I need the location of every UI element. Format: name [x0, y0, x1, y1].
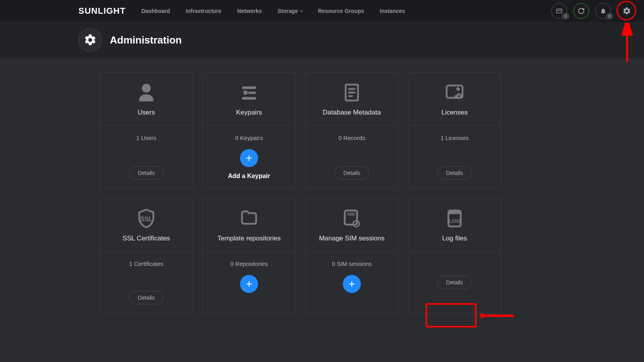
add-keypair-label: Add a Keypair — [228, 173, 270, 180]
card-bottom: 1 Users Details — [100, 126, 193, 188]
card-grid: Users 1 Users Details Keypairs 0 Keypair… — [100, 72, 644, 313]
logs-details-button[interactable]: Details — [437, 276, 472, 289]
card-top: Keypairs — [203, 73, 295, 126]
notifications-button[interactable]: 0 — [595, 3, 611, 19]
settings-button[interactable] — [621, 5, 632, 16]
users-details-button[interactable]: Details — [129, 166, 164, 180]
sync-icon — [578, 7, 585, 15]
nav-storage[interactable]: Storage ▾ — [278, 8, 302, 14]
card-users: Users 1 Users Details — [100, 72, 193, 189]
nav-networks[interactable]: Networks — [237, 8, 262, 14]
svg-rect-14 — [448, 210, 461, 214]
card-title: Template repositories — [217, 235, 281, 242]
top-navbar: SUNLIGHT Dashboard Infrastructure Networ… — [0, 0, 644, 22]
license-icon — [444, 82, 465, 103]
brand-logo: SUNLIGHT — [78, 6, 126, 16]
card-bottom: 0 SIM sessions — [306, 252, 398, 313]
card-title: Database Metadata — [323, 109, 381, 116]
add-sim-button[interactable] — [343, 275, 361, 293]
card-templates: Template repositories 0 Repositories — [202, 198, 296, 313]
navbar-right: 0 0 — [551, 2, 636, 20]
user-icon — [136, 82, 157, 103]
folder-icon — [238, 208, 260, 229]
card-ssl: SSL SSL Certificates 1 Certificates Deta… — [100, 198, 193, 313]
card-count: 0 Records — [338, 135, 365, 141]
svg-rect-8 — [455, 95, 458, 97]
svg-point-2 — [243, 90, 247, 95]
gear-icon — [84, 33, 97, 47]
nav-dashboard[interactable]: Dashboard — [141, 8, 170, 14]
svg-rect-3 — [248, 91, 256, 94]
add-template-button[interactable] — [240, 275, 258, 293]
svg-text:LOG: LOG — [449, 218, 460, 224]
ssl-details-button[interactable]: Details — [129, 291, 164, 304]
card-title: Log files — [442, 235, 467, 242]
inbox-button[interactable]: 0 — [551, 3, 567, 19]
card-title: Users — [138, 109, 155, 116]
card-title: Licenses — [441, 109, 468, 116]
card-logs: LOG Log files Details — [408, 198, 501, 313]
card-top: Template repositories — [203, 198, 295, 252]
plus-icon — [244, 279, 254, 289]
card-bottom: Details — [408, 252, 501, 313]
card-licenses: Licenses 1 Licenses Details — [408, 72, 501, 189]
card-top: LOG Log files — [408, 198, 501, 252]
content: Users 1 Users Details Keypairs 0 Keypair… — [0, 58, 644, 313]
card-top: Database Metadata — [306, 73, 398, 126]
svg-rect-4 — [242, 97, 256, 100]
sync-button[interactable] — [573, 3, 589, 19]
nav-storage-label: Storage — [278, 8, 298, 14]
card-keypairs: Keypairs 0 Keypairs Add a Keypair — [202, 72, 296, 189]
svg-rect-1 — [242, 86, 256, 89]
database-details-button[interactable]: Details — [335, 166, 369, 180]
card-database: Database Metadata 0 Records Details — [305, 72, 398, 189]
card-title: Manage SIM sessions — [319, 235, 384, 242]
card-top: Licenses — [408, 73, 501, 126]
add-keypair-button[interactable] — [240, 149, 258, 167]
card-bottom: 1 Certificates Details — [100, 252, 193, 313]
card-title: SSL Certificates — [122, 235, 170, 242]
settings-wrap — [617, 2, 636, 20]
sim-icon: SIM — [341, 208, 362, 229]
document-icon — [341, 82, 362, 103]
card-bottom: 1 Licenses Details — [408, 126, 501, 188]
card-count: 1 Certificates — [129, 260, 164, 267]
svg-text:SSL: SSL — [140, 215, 153, 222]
card-count: 0 SIM sessions — [332, 260, 372, 267]
shield-icon: SSL — [136, 208, 157, 229]
page-title: Administration — [110, 34, 182, 46]
page-header: Administration — [0, 22, 644, 58]
card-count: 1 Users — [136, 135, 156, 141]
card-count: 0 Keypairs — [235, 135, 263, 141]
bell-icon — [600, 7, 607, 15]
notifications-badge: 0 — [606, 13, 613, 19]
card-top: Users — [100, 73, 193, 126]
plus-icon — [347, 279, 357, 289]
log-icon: LOG — [444, 208, 465, 229]
key-icon — [238, 82, 260, 103]
card-top: SSL SSL Certificates — [100, 198, 193, 252]
chevron-down-icon: ▾ — [300, 9, 302, 13]
svg-point-6 — [457, 87, 460, 91]
card-title: Keypairs — [236, 109, 262, 116]
inbox-icon — [556, 7, 563, 15]
card-count: 0 Repositories — [230, 260, 268, 267]
plus-icon — [244, 153, 254, 163]
card-bottom: 0 Repositories — [203, 252, 295, 313]
nav-resource-groups[interactable]: Resource Groups — [318, 8, 364, 14]
inbox-badge: 0 — [562, 13, 569, 19]
card-sim: SIM Manage SIM sessions 0 SIM sessions — [305, 198, 398, 313]
nav-links: Dashboard Infrastructure Networks Storag… — [141, 8, 405, 14]
card-count: 1 Licenses — [440, 135, 469, 141]
card-top: SIM Manage SIM sessions — [306, 198, 398, 252]
card-bottom: 0 Records Details — [306, 126, 398, 188]
gear-icon — [622, 7, 631, 15]
page-header-icon — [78, 28, 102, 52]
licenses-details-button[interactable]: Details — [437, 166, 472, 180]
nav-instances[interactable]: Instances — [380, 8, 405, 14]
svg-text:SIM: SIM — [347, 212, 355, 216]
card-bottom: 0 Keypairs Add a Keypair — [203, 126, 295, 188]
nav-infrastructure[interactable]: Infrastructure — [186, 8, 222, 14]
